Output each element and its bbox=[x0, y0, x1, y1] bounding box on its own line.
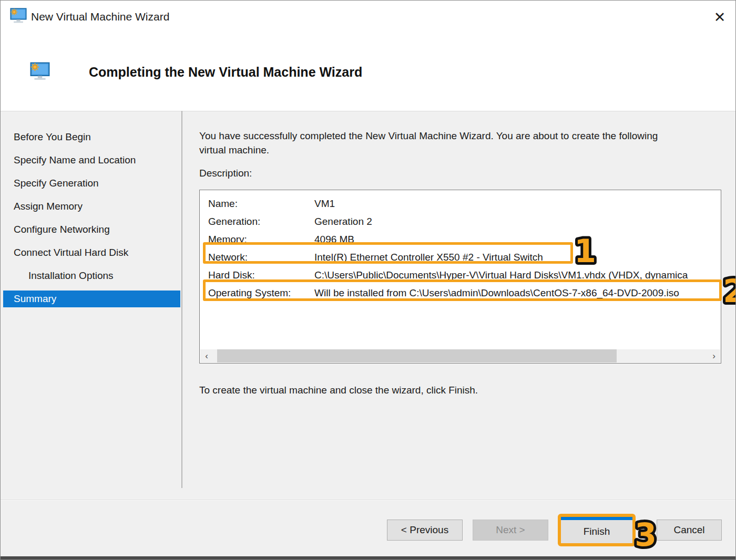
row-value: C:\Users\Public\Documents\Hyper-V\Virtua… bbox=[314, 269, 688, 281]
title-bar: New Virtual Machine Wizard ✕ bbox=[1, 1, 735, 35]
finish-instruction-text: To create the virtual machine and close … bbox=[199, 385, 478, 396]
sidebar-item-configure-networking[interactable]: Configure Networking bbox=[1, 218, 182, 241]
footer-divider bbox=[1, 500, 735, 501]
summary-row-network: Network: Intel(R) Ethernet Controller X5… bbox=[200, 248, 721, 266]
row-label: Name: bbox=[208, 198, 314, 210]
sidebar-item-installation-options[interactable]: Installation Options bbox=[1, 264, 182, 287]
page-title: Completing the New Virtual Machine Wizar… bbox=[89, 65, 362, 80]
row-value: 4096 MB bbox=[314, 234, 354, 245]
row-label: Hard Disk: bbox=[208, 269, 314, 281]
scrollbar-thumb[interactable] bbox=[217, 349, 617, 362]
row-label: Generation: bbox=[208, 216, 314, 227]
row-value: Generation 2 bbox=[314, 216, 372, 227]
close-icon[interactable]: ✕ bbox=[707, 6, 732, 29]
summary-row-hard-disk: Hard Disk: C:\Users\Public\Documents\Hyp… bbox=[200, 266, 721, 284]
vm-summary-box: Name: VM1 Generation: Generation 2 Memor… bbox=[199, 190, 721, 364]
description-label: Description: bbox=[199, 168, 252, 179]
row-label: Operating System: bbox=[208, 287, 314, 299]
wizard-steps-sidebar: Before You Begin Specify Name and Locati… bbox=[1, 126, 182, 310]
sidebar-item-specify-name-location[interactable]: Specify Name and Location bbox=[1, 149, 182, 172]
summary-row-name: Name: VM1 bbox=[200, 195, 721, 213]
summary-row-generation: Generation: Generation 2 bbox=[200, 213, 721, 231]
sidebar-item-specify-generation[interactable]: Specify Generation bbox=[1, 172, 182, 195]
scrollbar-track[interactable] bbox=[213, 349, 708, 362]
vm-page-icon bbox=[30, 62, 50, 81]
row-value: Will be installed from C:\Users\admin\Do… bbox=[314, 287, 679, 299]
window-title: New Virtual Machine Wizard bbox=[31, 11, 169, 23]
sidebar-item-before-you-begin[interactable]: Before You Begin bbox=[1, 126, 182, 149]
row-value: VM1 bbox=[314, 198, 335, 210]
summary-row-memory: Memory: 4096 MB bbox=[200, 231, 721, 248]
wizard-window: New Virtual Machine Wizard ✕ Completing … bbox=[0, 0, 736, 560]
intro-text: You have successfully completed the New … bbox=[199, 129, 675, 157]
next-button-disabled[interactable]: Next > bbox=[473, 520, 548, 541]
sidebar-item-assign-memory[interactable]: Assign Memory bbox=[1, 195, 182, 218]
scroll-left-icon[interactable]: ‹ bbox=[200, 349, 213, 362]
previous-button[interactable]: < Previous bbox=[387, 520, 463, 541]
horizontal-scrollbar[interactable]: ‹ › bbox=[200, 349, 720, 362]
cancel-button[interactable]: Cancel bbox=[657, 520, 722, 541]
summary-row-operating-system: Operating System: Will be installed from… bbox=[200, 284, 721, 302]
vm-wizard-icon bbox=[10, 7, 27, 24]
row-label: Network: bbox=[208, 252, 314, 263]
window-bottom-edge bbox=[1, 556, 735, 559]
summary-rows: Name: VM1 Generation: Generation 2 Memor… bbox=[200, 195, 721, 302]
sidebar-item-connect-virtual-hard-disk[interactable]: Connect Virtual Hard Disk bbox=[1, 241, 182, 264]
row-value: Intel(R) Ethernet Controller X550 #2 - V… bbox=[314, 252, 543, 263]
row-label: Memory: bbox=[208, 234, 314, 245]
scroll-right-icon[interactable]: › bbox=[708, 349, 720, 362]
sidebar-item-summary[interactable]: Summary bbox=[3, 291, 180, 307]
